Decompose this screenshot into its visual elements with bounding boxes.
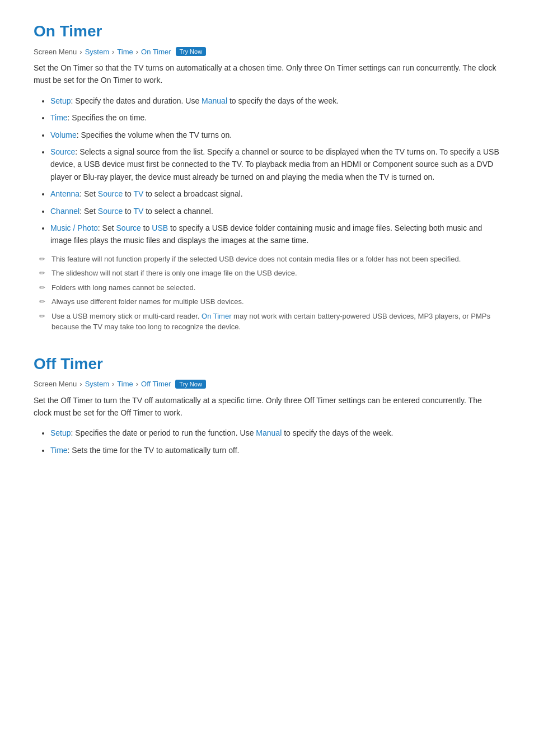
on-timer-notes: This feature will not function properly … [34, 254, 500, 333]
note-text-3: Folders with long names cannot be select… [51, 283, 195, 292]
list-item-volume: Volume: Specifies the volume when the TV… [50, 129, 500, 141]
breadcrumb-sep-2: › [112, 48, 114, 56]
list-item-time: Time: Specifies the on time. [50, 111, 500, 124]
list-item-antenna: Antenna: Set Source to TV to select a br… [50, 188, 500, 200]
setup-text: : Specify the dates and duration. Use [71, 96, 202, 105]
term-time: Time [50, 113, 68, 122]
off-list-item-setup: Setup: Specifies the date or period to r… [50, 427, 500, 439]
off-timer-intro: Set the Off Timer to turn the TV off aut… [34, 394, 500, 419]
off-setup-text-2: to specify the days of the week. [282, 428, 393, 437]
on-timer-breadcrumb: Screen Menu › System › Time › On Timer T… [34, 47, 500, 56]
off-breadcrumb-sep-1: › [79, 380, 82, 388]
breadcrumb-sep-1: › [79, 48, 82, 56]
music-photo-usb-link[interactable]: USB [152, 223, 168, 232]
on-timer-intro: Set the On Timer so that the TV turns on… [34, 62, 500, 87]
on-timer-section: On Timer Screen Menu › System › Time › O… [34, 22, 500, 333]
term-volume: Volume [50, 130, 77, 139]
breadcrumb-prefix: Screen Menu [34, 48, 77, 56]
list-item-setup: Setup: Specify the dates and duration. U… [50, 95, 500, 107]
on-timer-bullet-list: Setup: Specify the dates and duration. U… [34, 95, 500, 247]
term-music-photo: Music / Photo [50, 223, 98, 232]
term-source: Source [50, 147, 75, 156]
list-item-channel: Channel: Set Source to TV to select a ch… [50, 205, 500, 217]
breadcrumb-system[interactable]: System [85, 48, 109, 56]
note-item-4: Always use different folder names for mu… [39, 296, 500, 307]
note-item-5: Use a USB memory stick or multi-card rea… [39, 311, 500, 333]
breadcrumb-sep-3: › [136, 48, 138, 56]
off-timer-breadcrumb: Screen Menu › System › Time › Off Timer … [34, 380, 500, 389]
off-time-text: : Sets the time for the TV to automatica… [68, 446, 240, 455]
term-setup: Setup [50, 96, 71, 105]
channel-text-3: to select a channel. [143, 207, 213, 216]
note-text-4: Always use different folder names for mu… [51, 297, 244, 306]
time-text: : Specifies the on time. [68, 113, 147, 122]
music-photo-text-2: to [141, 223, 152, 232]
off-setup-text-1: : Specifies the date or period to run th… [71, 428, 256, 437]
note-on-timer-link: On Timer [202, 312, 231, 320]
list-item-music-photo: Music / Photo: Set Source to USB to spec… [50, 222, 500, 247]
off-timer-section: Off Timer Screen Menu › System › Time › … [34, 355, 500, 457]
source-text: : Selects a signal source from the list.… [50, 147, 499, 181]
off-breadcrumb-sep-3: › [136, 380, 138, 388]
off-setup-manual-link[interactable]: Manual [256, 428, 282, 437]
antenna-tv-link[interactable]: TV [133, 189, 143, 198]
off-breadcrumb-system[interactable]: System [85, 380, 109, 388]
channel-tv-link[interactable]: TV [133, 207, 143, 216]
setup-rest: to specify the days of the week. [227, 96, 339, 105]
channel-source-link[interactable]: Source [98, 207, 123, 216]
note-item-2: The slideshow will not start if there is… [39, 268, 500, 279]
list-item-source: Source: Selects a signal source from the… [50, 146, 500, 183]
note-text-5a: Use a USB memory stick or multi-card rea… [51, 312, 202, 320]
channel-text-1: : Set [79, 207, 98, 216]
antenna-text-3: to select a broadcast signal. [143, 189, 242, 198]
term-channel: Channel [50, 207, 79, 216]
off-list-item-time: Time: Sets the time for the TV to automa… [50, 444, 500, 456]
note-text-1: This feature will not function properly … [51, 255, 461, 263]
off-breadcrumb-time[interactable]: Time [117, 380, 133, 388]
music-photo-text-1: : Set [98, 223, 116, 232]
note-text-2: The slideshow will not start if there is… [51, 269, 297, 277]
off-term-setup: Setup [50, 428, 71, 437]
antenna-source-link[interactable]: Source [98, 189, 123, 198]
term-antenna: Antenna [50, 189, 79, 198]
off-breadcrumb-sep-2: › [112, 380, 114, 388]
off-timer-title: Off Timer [34, 355, 500, 373]
antenna-text-1: : Set [79, 189, 98, 198]
off-breadcrumb-off-timer[interactable]: Off Timer [141, 380, 171, 388]
channel-text-2: to [123, 207, 133, 216]
note-item-3: Folders with long names cannot be select… [39, 282, 500, 293]
breadcrumb-on-timer[interactable]: On Timer [141, 48, 171, 56]
on-timer-try-now-badge[interactable]: Try Now [176, 47, 207, 56]
music-photo-source-link[interactable]: Source [116, 223, 141, 232]
off-timer-bullet-list: Setup: Specifies the date or period to r… [34, 427, 500, 456]
off-timer-try-now-badge[interactable]: Try Now [175, 380, 206, 389]
note-item-1: This feature will not function properly … [39, 254, 500, 265]
setup-manual-link[interactable]: Manual [202, 96, 227, 105]
off-term-time: Time [50, 446, 68, 455]
off-breadcrumb-prefix: Screen Menu [34, 380, 77, 388]
breadcrumb-time[interactable]: Time [117, 48, 133, 56]
volume-text: : Specifies the volume when the TV turns… [77, 130, 232, 139]
antenna-text-2: to [123, 189, 133, 198]
on-timer-title: On Timer [34, 22, 500, 40]
